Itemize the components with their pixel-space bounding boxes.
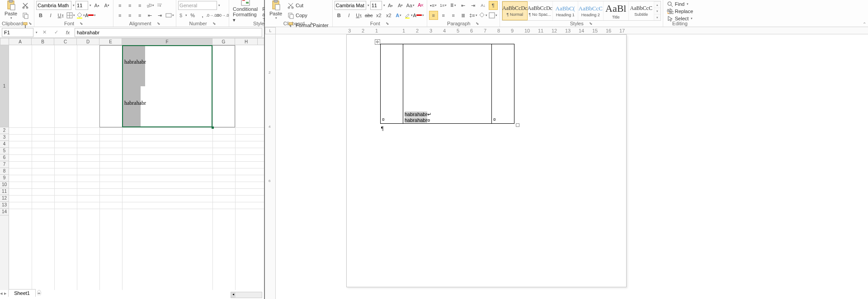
fill-handle[interactable] (212, 126, 214, 129)
w-shrink-font[interactable]: A▾ (396, 1, 405, 10)
row-4[interactable]: 4 (0, 141, 9, 148)
w-strike[interactable]: abc (364, 11, 373, 20)
show-marks-button[interactable]: ¶ (489, 1, 498, 10)
w-grow-font[interactable]: A▴ (386, 1, 395, 10)
w-bold[interactable]: B (335, 11, 344, 20)
row-6[interactable]: 6 (0, 154, 9, 161)
row-9[interactable]: 9 (0, 175, 9, 182)
cut-button[interactable] (21, 1, 30, 10)
decrease-indent-button[interactable]: ⇤ (145, 11, 154, 20)
numbering-button[interactable]: 1≡▾ (439, 1, 448, 10)
w-text-effects[interactable]: A▾ (394, 11, 403, 20)
w-font-launcher[interactable]: ⬊ (386, 21, 389, 26)
w-italic[interactable]: I (344, 11, 354, 20)
w-cut-button[interactable]: Cut (286, 1, 305, 10)
alignment-launcher[interactable]: ⬊ (157, 21, 160, 26)
row-3[interactable]: 3 (0, 134, 9, 141)
w-superscript[interactable]: x2 (384, 11, 393, 20)
col-B[interactable]: B (32, 38, 54, 45)
table-move-handle[interactable]: ✥ (375, 39, 380, 45)
style-item-4[interactable]: AaBlTitle (604, 1, 629, 20)
table-cell-r1c3[interactable]: ¤ (492, 44, 514, 124)
col-F[interactable]: F (122, 38, 212, 45)
word-table[interactable]: ¤ habrahabr↵ habrahabr¤ ¤ (380, 44, 514, 124)
merge-button[interactable]: ▾ (165, 11, 174, 20)
align-center-button[interactable]: ≡ (125, 11, 134, 20)
number-launcher[interactable]: ⬊ (212, 21, 216, 26)
bold-button[interactable]: B (36, 11, 45, 20)
dec-indent-button[interactable]: ⇤ (459, 1, 468, 10)
accounting-button[interactable]: $▾ (178, 11, 187, 20)
format-painter-button[interactable] (21, 21, 30, 30)
sort-button[interactable]: A↓ (479, 1, 488, 10)
row-13[interactable]: 13 (0, 202, 9, 209)
w-copy-button[interactable]: Copy (286, 11, 309, 20)
align-right-button[interactable]: ≡ (135, 11, 144, 20)
tab-selector[interactable]: L (265, 27, 276, 34)
underline-button[interactable]: U▾ (56, 11, 65, 20)
fx-button[interactable]: fx (63, 28, 73, 37)
name-box-drop[interactable]: ▾ (36, 31, 38, 34)
style-item-5[interactable]: AaBbCcCSubtitle (629, 1, 654, 20)
bullets-button[interactable]: •≡▾ (429, 1, 438, 10)
cells-area[interactable]: habrahabr habrahabr (9, 45, 264, 290)
italic-button[interactable]: I (46, 11, 55, 20)
style-item-2[interactable]: AaBbC(Heading 1 (553, 1, 578, 20)
align-center-button-w[interactable]: ≡ (439, 11, 448, 20)
paste-button[interactable]: Paste ▾ (2, 1, 20, 19)
decrease-decimal-button[interactable]: .00→.0 (218, 11, 227, 20)
conditional-formatting-button[interactable]: Conditional Formatting ▾ (231, 1, 259, 19)
row-11[interactable]: 11 (0, 188, 9, 195)
page[interactable]: ✥ ¤ habrahabr↵ habrahabr¤ ¤ ¶ (346, 34, 627, 287)
style-gallery-more[interactable]: ▴▾▾ (654, 1, 660, 20)
font-size-combo[interactable] (75, 1, 88, 10)
inc-indent-button[interactable]: ⇥ (469, 1, 478, 10)
w-font-color[interactable]: A▾ (414, 11, 423, 20)
collapse-ribbon-button[interactable]: ⌃ (863, 22, 866, 27)
w-subscript[interactable]: x2 (374, 11, 383, 20)
copy-button[interactable] (21, 11, 30, 20)
w-clear-formatting[interactable]: A (416, 1, 425, 10)
row-8[interactable]: 8 (0, 168, 9, 175)
col-E[interactable]: E (99, 38, 122, 45)
justify-button[interactable]: ≣ (459, 11, 468, 20)
w-font-size-combo[interactable] (370, 1, 382, 10)
w-highlight[interactable]: ▾ (404, 11, 413, 20)
align-bottom-button[interactable]: ≡ (135, 1, 144, 10)
fill-color-button[interactable]: ▾ (76, 11, 85, 20)
w-para-launcher[interactable]: ⬊ (476, 21, 479, 26)
style-item-0[interactable]: AaBbCcDc¶ Normal (502, 1, 528, 20)
select-button[interactable]: Select▾ (665, 15, 695, 22)
col-C[interactable]: C (54, 38, 77, 45)
excel-grid[interactable]: A B C D E F G H 1 2 3 4 5 6 7 8 9 10 11 … (0, 38, 264, 290)
sheet-tab-1[interactable]: Sheet1 (8, 289, 36, 297)
col-G[interactable]: G (212, 38, 235, 45)
horizontal-scrollbar[interactable]: ◂ (231, 292, 262, 298)
percent-button[interactable]: % (188, 11, 197, 20)
horizontal-ruler[interactable]: 3211234567891011121314151617 (276, 27, 868, 34)
add-sheet-button[interactable]: + (37, 290, 41, 296)
w-paste-button[interactable]: Paste▾ (267, 1, 285, 19)
font-name-combo[interactable] (36, 1, 71, 10)
cancel-edit-button[interactable]: ✕ (39, 28, 49, 37)
align-left-button-w[interactable]: ≡ (429, 11, 438, 20)
row-7[interactable]: 7 (0, 161, 9, 168)
multilevel-button[interactable]: ≣▾ (449, 1, 458, 10)
col-A[interactable]: A (9, 38, 32, 45)
row-10[interactable]: 10 (0, 182, 9, 188)
shrink-font-button[interactable]: A▾ (102, 1, 111, 10)
border-button[interactable]: ▾ (66, 11, 75, 20)
row-2[interactable]: 2 (0, 127, 9, 134)
w-styles-launcher[interactable]: ⬊ (589, 21, 593, 26)
col-D[interactable]: D (77, 38, 99, 45)
col-H[interactable]: H (235, 38, 258, 45)
line-spacing-button[interactable]: ‡≡▾ (469, 11, 478, 20)
style-item-3[interactable]: AaBbCcCHeading 2 (578, 1, 604, 20)
table-cell-r1c1[interactable]: ¤ (381, 44, 403, 124)
sheet-nav-first[interactable]: ◂ (0, 290, 3, 296)
w-font-name-combo[interactable] (335, 1, 366, 10)
confirm-edit-button[interactable]: ✓ (51, 28, 61, 37)
w-underline[interactable]: U▾ (354, 11, 363, 20)
align-left-button[interactable]: ≡ (115, 11, 124, 20)
borders-button[interactable]: ▾ (489, 11, 498, 20)
